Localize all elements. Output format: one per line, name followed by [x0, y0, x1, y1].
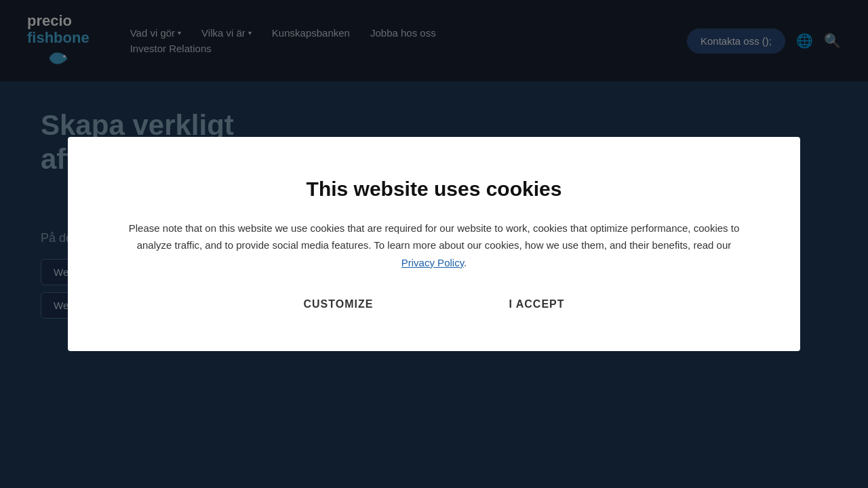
- customize-button[interactable]: CUSTOMIZE: [303, 298, 373, 310]
- cookie-overlay: This website uses cookies Please note th…: [0, 0, 868, 488]
- accept-button[interactable]: I ACCEPT: [509, 298, 564, 310]
- cookie-title: This website uses cookies: [122, 178, 746, 201]
- cookie-modal: This website uses cookies Please note th…: [68, 137, 800, 352]
- cookie-body: Please note that on this website we use …: [122, 220, 746, 272]
- cookie-actions: CUSTOMIZE I ACCEPT: [122, 298, 746, 310]
- privacy-policy-link[interactable]: Privacy Policy: [401, 257, 464, 268]
